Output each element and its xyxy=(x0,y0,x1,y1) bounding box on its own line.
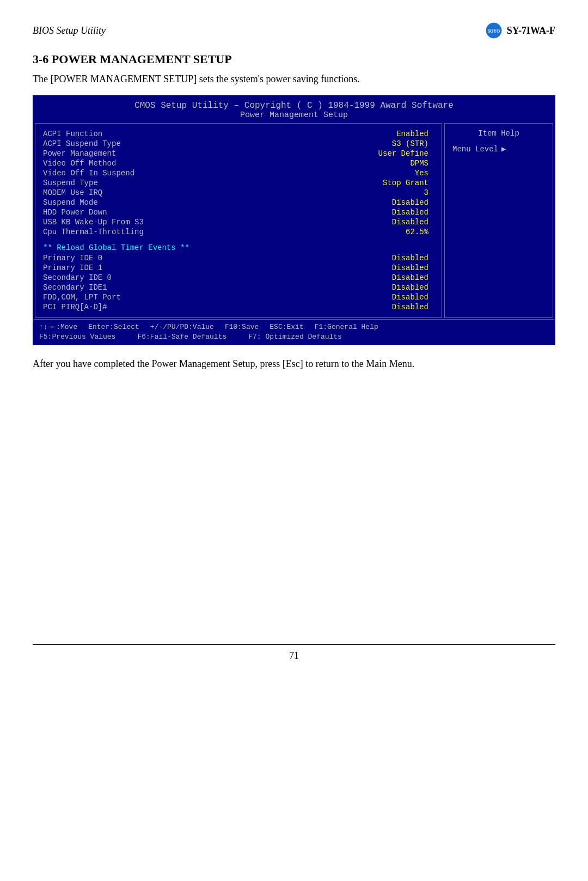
brand-name: SY-7IWA-F xyxy=(507,25,555,36)
bios-utility-title: BIOS Setup Utility xyxy=(33,25,106,36)
bios-footer-row1: ↑↓→←:Move Enter:Select +/-/PU/PD:Value F… xyxy=(39,323,549,331)
bios-setup-box: CMOS Setup Utility – Copyright ( C ) 198… xyxy=(33,95,555,345)
table-row: HDD Power Down Disabled xyxy=(43,207,434,217)
item-help-title: Item Help xyxy=(452,129,545,138)
table-row: Power Management User Define xyxy=(43,149,434,158)
footer-f6: F6:Fail-Safe Defaults xyxy=(137,333,226,341)
footer-esc: ESC:Exit xyxy=(270,323,303,331)
table-row: USB KB Wake-Up From S3 Disabled xyxy=(43,217,434,227)
page-header: BIOS Setup Utility SOYO SY-7IWA-F xyxy=(33,22,555,39)
reload-events-label: ** Reload Global Timer Events ** xyxy=(43,240,434,253)
page-number: 71 xyxy=(289,650,299,661)
table-row: ACPI Suspend Type S3 (STR) xyxy=(43,139,434,149)
table-row: ACPI Function Enabled xyxy=(43,129,434,139)
bios-footer: ↑↓→←:Move Enter:Select +/-/PU/PD:Value F… xyxy=(34,319,554,344)
footer-move: ↑↓→←:Move xyxy=(39,323,77,331)
table-row: Primary IDE 0 Disabled xyxy=(43,253,434,263)
soyo-icon: SOYO xyxy=(485,22,503,39)
table-row: MODEM Use IRQ 3 xyxy=(43,188,434,198)
table-row: Video Off Method DPMS xyxy=(43,158,434,168)
bios-main-panel: ACPI Function Enabled ACPI Suspend Type … xyxy=(35,123,442,318)
footer-value: +/-/PU/PD:Value xyxy=(150,323,214,331)
brand-logo: SOYO SY-7IWA-F xyxy=(485,22,555,39)
bios-sidebar: Item Help Menu Level ▶ xyxy=(444,123,553,318)
footer-f1: F1:General Help xyxy=(315,323,378,331)
table-row: PCI PIRQ[A-D]# Disabled xyxy=(43,302,434,312)
table-row: Secondary IDE 0 Disabled xyxy=(43,273,434,283)
after-text: After you have completed the Power Manag… xyxy=(33,356,555,372)
table-row: Secondary IDE1 Disabled xyxy=(43,283,434,292)
table-row: Suspend Type Stop Grant xyxy=(43,178,434,188)
section-intro: The [POWER MANAGEMENT SETUP] sets the sy… xyxy=(33,72,555,87)
bios-title: CMOS Setup Utility – Copyright ( C ) 198… xyxy=(34,96,554,122)
table-row: Video Off In Suspend Yes xyxy=(43,168,434,178)
page-footer: 71 xyxy=(33,644,555,662)
menu-level: Menu Level ▶ xyxy=(452,144,545,154)
menu-level-label: Menu Level xyxy=(452,145,498,154)
arrow-right-icon: ▶ xyxy=(501,144,506,154)
footer-f10: F10:Save xyxy=(225,323,259,331)
table-row: FDD,COM, LPT Port Disabled xyxy=(43,292,434,302)
bios-title-line2: Power Management Setup xyxy=(36,111,552,120)
table-row: Cpu Thermal-Throttling 62.5% xyxy=(43,227,434,237)
section-heading: 3-6 POWER MANAGEMENT SETUP xyxy=(33,52,555,66)
table-row: Suspend Mode Disabled xyxy=(43,198,434,207)
bios-title-line1: CMOS Setup Utility – Copyright ( C ) 198… xyxy=(36,101,552,111)
footer-f7: F7: Optimized Defaults xyxy=(248,333,342,341)
footer-enter: Enter:Select xyxy=(88,323,139,331)
bios-content: ACPI Function Enabled ACPI Suspend Type … xyxy=(34,122,554,319)
svg-text:SOYO: SOYO xyxy=(487,29,500,34)
footer-f5: F5:Previous Values xyxy=(39,333,115,341)
bios-footer-row2: F5:Previous Values F6:Fail-Safe Defaults… xyxy=(39,333,549,341)
table-row: Primary IDE 1 Disabled xyxy=(43,263,434,273)
